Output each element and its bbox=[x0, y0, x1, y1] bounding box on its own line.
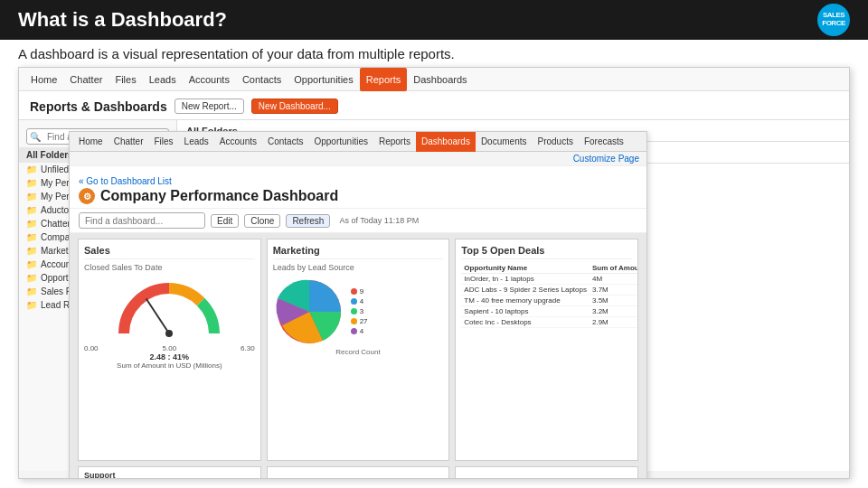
nav-item-opportunities[interactable]: Opportunities bbox=[288, 68, 359, 91]
inner-nav-home[interactable]: Home bbox=[73, 132, 108, 152]
nav-item-leads[interactable]: Leads bbox=[143, 68, 183, 91]
folder-icon: 📁 bbox=[26, 259, 37, 269]
gauge-chart bbox=[115, 279, 223, 343]
gauge-value: 2.48 : 41% bbox=[150, 352, 190, 361]
reports-header: Reports & Dashboards New Report... New D… bbox=[19, 91, 849, 120]
marketing-chart-title: Leads by Lead Source bbox=[273, 263, 444, 272]
folder-icon: 📁 bbox=[26, 178, 37, 188]
table-row: ADC Labs - 9 Spider 2 Series Laptops 3.7… bbox=[461, 285, 638, 296]
record-count-label: Record Count bbox=[273, 348, 444, 356]
inner-nav-opportunities[interactable]: Opportunities bbox=[308, 132, 373, 152]
sales-panel-title: Sales bbox=[84, 245, 255, 259]
inner-nav: Home Chatter Files Leads Accounts Contac… bbox=[70, 132, 646, 152]
screenshot-wrapper: Home Chatter Files Leads Accounts Contac… bbox=[18, 67, 850, 479]
legend-dot-4 bbox=[351, 318, 357, 324]
folder-icon: 📁 bbox=[26, 192, 37, 202]
folder-icon: 📁 bbox=[26, 300, 37, 310]
new-dashboard-button[interactable]: New Dashboard... bbox=[251, 99, 338, 114]
table-row: TM - 40 free memory upgrade 3.5M bbox=[461, 296, 638, 306]
dashboard-search-input[interactable] bbox=[79, 212, 205, 229]
folder-icon: 📁 bbox=[26, 286, 37, 296]
folder-icon: 📁 bbox=[26, 219, 37, 229]
table-row: Cotec Inc - Desktops 2.9M bbox=[461, 317, 638, 328]
inner-nav-chatter[interactable]: Chatter bbox=[108, 132, 149, 152]
sales-panel: Sales Closed Sales To Date 0.00 5.0 bbox=[78, 239, 261, 461]
inner-nav-documents[interactable]: Documents bbox=[476, 132, 533, 152]
legend-dot-2 bbox=[351, 298, 357, 305]
folder-icon: 📁 bbox=[26, 246, 37, 256]
dashboard-icon: ⚙ bbox=[79, 188, 95, 204]
customize-pane-link[interactable]: Customize Page bbox=[70, 152, 646, 166]
nav-item-chatter[interactable]: Chatter bbox=[63, 68, 108, 91]
page-title: What is a Dashboard? bbox=[18, 8, 227, 32]
legend-dot-3 bbox=[351, 308, 357, 314]
dashboard-controls: Edit Clone Refresh As of Today 11:18 PM bbox=[70, 209, 646, 233]
nav-item-files[interactable]: Files bbox=[108, 68, 142, 91]
nav-item-reports[interactable]: Reports bbox=[360, 68, 408, 91]
edit-button[interactable]: Edit bbox=[211, 214, 239, 228]
folder-icon: 📁 bbox=[26, 164, 37, 174]
inner-nav-files[interactable]: Files bbox=[148, 132, 178, 152]
legend-item-4: 27 bbox=[351, 317, 368, 325]
deals-table: Opportunity Name Sum of Amount InOrder, … bbox=[461, 263, 638, 328]
folder-icon: 📁 bbox=[26, 273, 37, 283]
nav-item-contacts[interactable]: Contacts bbox=[236, 68, 288, 91]
pie-legend: 9 4 3 27 bbox=[351, 287, 368, 337]
subtitle-bar: A dashboard is a visual representation o… bbox=[0, 40, 868, 67]
support-panel: Support bbox=[78, 466, 261, 479]
legend-item-5: 4 bbox=[351, 327, 368, 335]
dashboard-panels: Sales Closed Sales To Date 0.00 5.0 bbox=[70, 233, 646, 466]
pie-container: 9 4 3 27 bbox=[273, 276, 444, 348]
inner-nav-reports[interactable]: Reports bbox=[373, 132, 416, 152]
as-of-text: As of Today 11:18 PM bbox=[339, 216, 419, 225]
inner-nav-products[interactable]: Products bbox=[532, 132, 578, 152]
svg-point-1 bbox=[165, 330, 173, 337]
inner-nav-leads[interactable]: Leads bbox=[179, 132, 214, 152]
svg-line-0 bbox=[146, 299, 169, 333]
gauge-subtitle: Sum of Amount in USD (Millions) bbox=[117, 361, 222, 370]
legend-dot-5 bbox=[351, 328, 357, 334]
deals-col-amount: Sum of Amount bbox=[590, 263, 638, 274]
dashboard-title: Company Performance Dashboard bbox=[100, 188, 338, 204]
reports-title: Reports & Dashboards bbox=[30, 99, 167, 114]
nav-item-home[interactable]: Home bbox=[24, 68, 63, 91]
folder-icon: 📁 bbox=[26, 205, 37, 215]
dashboard-title-area: « Go to Dashboard List ⚙ Company Perform… bbox=[70, 166, 646, 209]
marketing-panel-title: Marketing bbox=[273, 245, 444, 259]
inner-overlay: Home Chatter Files Leads Accounts Contac… bbox=[69, 131, 647, 479]
top-deals-title: Top 5 Open Deals bbox=[461, 245, 632, 259]
new-report-button[interactable]: New Report... bbox=[175, 99, 244, 114]
legend-item-3: 3 bbox=[351, 307, 368, 315]
inner-nav-contacts[interactable]: Contacts bbox=[262, 132, 308, 152]
outer-nav: Home Chatter Files Leads Accounts Contac… bbox=[19, 68, 849, 91]
gauge-labels: 0.00 5.00 6.30 bbox=[84, 344, 255, 352]
table-row: InOrder, tn - 1 laptops 4M bbox=[461, 274, 638, 285]
legend-item-1: 9 bbox=[351, 287, 368, 296]
clone-button[interactable]: Clone bbox=[244, 214, 280, 228]
subtitle-text: A dashboard is a visual representation o… bbox=[18, 46, 455, 61]
table-row: Sapient - 10 laptops 3.2M bbox=[461, 306, 638, 317]
inner-nav-dashboards[interactable]: Dashboards bbox=[416, 132, 476, 152]
nav-item-accounts[interactable]: Accounts bbox=[183, 68, 236, 91]
header-bar: What is a Dashboard? sales force bbox=[0, 0, 868, 40]
folder-icon: 📁 bbox=[26, 232, 37, 242]
marketing-panel: Marketing Leads by Lead Source bbox=[267, 239, 450, 461]
gauge-container: 0.00 5.00 6.30 2.48 : 41% Sum of Amount … bbox=[84, 276, 255, 373]
legend-dot-1 bbox=[351, 288, 357, 295]
refresh-button[interactable]: Refresh bbox=[286, 214, 330, 228]
nav-item-dashboards[interactable]: Dashboards bbox=[407, 68, 473, 91]
sales-chart-title: Closed Sales To Date bbox=[84, 263, 255, 272]
bottom-panel-2 bbox=[267, 466, 450, 479]
inner-nav-forecasts[interactable]: Forecasts bbox=[579, 132, 629, 152]
deals-col-name: Opportunity Name bbox=[461, 263, 590, 274]
inner-nav-accounts[interactable]: Accounts bbox=[214, 132, 262, 152]
search-icon: 🔍 bbox=[27, 132, 43, 142]
legend-item-2: 4 bbox=[351, 297, 368, 305]
breadcrumb-link[interactable]: « Go to Dashboard List bbox=[79, 176, 172, 186]
dashboard-panels-bottom: Support bbox=[70, 466, 646, 479]
bottom-panel-3 bbox=[455, 466, 638, 479]
top-deals-panel: Top 5 Open Deals Opportunity Name Sum of… bbox=[455, 239, 638, 461]
pie-chart bbox=[273, 276, 345, 348]
salesforce-logo: sales force bbox=[817, 4, 850, 36]
